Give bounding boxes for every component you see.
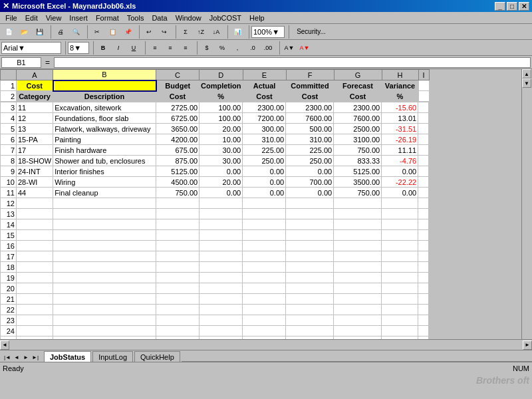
row-header[interactable]: 10 <box>1 177 17 188</box>
cell-h[interactable]: 0.00 <box>382 166 418 177</box>
cell-b[interactable] <box>53 219 156 230</box>
cell-e[interactable]: 0.00 <box>243 188 286 198</box>
cell-i[interactable] <box>418 177 429 188</box>
decimal-inc-button[interactable]: .0 <box>245 41 260 55</box>
cell-f[interactable]: 2300.00 <box>286 102 334 113</box>
cell-f[interactable] <box>286 294 334 305</box>
menu-window[interactable]: Window <box>172 13 205 23</box>
cell-c[interactable]: 675.00 <box>156 145 200 156</box>
cell-i[interactable] <box>418 156 429 166</box>
scroll-right-button[interactable]: ► <box>523 340 532 350</box>
cell-c[interactable] <box>156 294 200 305</box>
row-header-2[interactable]: 2 <box>1 91 17 102</box>
cell-d[interactable]: 10.00 <box>200 134 243 145</box>
cell-c[interactable] <box>156 262 200 273</box>
cell-g[interactable]: 833.33 <box>334 156 382 166</box>
cell-i[interactable] <box>418 209 429 219</box>
cell-h1[interactable]: Variance <box>382 80 418 91</box>
cell-h[interactable] <box>382 230 418 241</box>
cell-d[interactable] <box>200 262 243 273</box>
font-color-button[interactable]: A▼ <box>297 41 312 55</box>
row-header[interactable]: 6 <box>1 134 17 145</box>
cell-a[interactable]: 13 <box>17 124 53 134</box>
cell-d[interactable]: 100.00 <box>200 113 243 124</box>
cell-g[interactable] <box>334 209 382 219</box>
cell-h[interactable] <box>382 262 418 273</box>
cell-a[interactable] <box>17 283 53 294</box>
cell-i[interactable] <box>418 145 429 156</box>
cell-b[interactable]: Flatwork, walkways, driveway <box>53 124 156 134</box>
formula-input[interactable] <box>54 57 531 68</box>
cell-c[interactable] <box>156 273 200 283</box>
cell-g[interactable]: 3500.00 <box>334 177 382 188</box>
cell-e[interactable] <box>243 283 286 294</box>
cell-h[interactable] <box>382 219 418 230</box>
cell-b[interactable] <box>53 326 156 336</box>
cell-d[interactable]: 20.00 <box>200 124 243 134</box>
cell-b[interactable] <box>53 241 156 251</box>
cell-d[interactable] <box>200 230 243 241</box>
cell-d[interactable] <box>200 219 243 230</box>
cell-b1[interactable] <box>53 80 156 91</box>
cell-g[interactable]: 750.00 <box>334 188 382 198</box>
cell-b[interactable]: Final cleanup <box>53 188 156 198</box>
cell-d[interactable]: 0.00 <box>200 166 243 177</box>
tab-scroll-prev[interactable]: ◄ <box>12 352 21 362</box>
cell-b[interactable]: Excavation, sitework <box>53 102 156 113</box>
cell-a[interactable] <box>17 241 53 251</box>
cell-g[interactable] <box>334 273 382 283</box>
minimize-button[interactable]: _ <box>495 2 505 11</box>
cell-f[interactable] <box>286 326 334 336</box>
sheet-tab-inputlog[interactable]: InputLog <box>92 351 133 362</box>
cell-f1[interactable]: Committed <box>286 80 334 91</box>
redo-button[interactable]: ↪ <box>157 25 172 39</box>
cell-d[interactable] <box>200 294 243 305</box>
row-header[interactable]: 18 <box>1 262 17 273</box>
cell-f[interactable]: 0.00 <box>286 166 334 177</box>
cell-h[interactable]: 0.00 <box>382 188 418 198</box>
cell-a[interactable] <box>17 262 53 273</box>
scroll-down-button[interactable]: ▼ <box>522 78 531 88</box>
cell-f[interactable] <box>286 219 334 230</box>
col-header-b[interactable]: B <box>53 70 156 80</box>
cell-a[interactable] <box>17 251 53 262</box>
cell-b[interactable] <box>53 209 156 219</box>
cell-b[interactable] <box>53 251 156 262</box>
cell-i[interactable] <box>418 102 429 113</box>
cell-e[interactable]: 225.00 <box>243 145 286 156</box>
cell-b[interactable]: Foundations, floor slab <box>53 113 156 124</box>
underline-button[interactable]: U <box>126 41 141 55</box>
cell-f[interactable] <box>286 230 334 241</box>
cell-g[interactable] <box>334 294 382 305</box>
cell-a[interactable] <box>17 305 53 315</box>
cell-e[interactable]: 250.00 <box>243 156 286 166</box>
cell-i[interactable] <box>418 241 429 251</box>
security-button[interactable]: Security... <box>291 25 331 39</box>
cell-d[interactable]: 100.00 <box>200 102 243 113</box>
cell-c[interactable] <box>156 305 200 315</box>
cell-a[interactable]: 11 <box>17 102 53 113</box>
row-header[interactable]: 21 <box>1 294 17 305</box>
cell-e[interactable] <box>243 315 286 326</box>
cell-h[interactable] <box>382 283 418 294</box>
cell-g1[interactable]: Forecast <box>334 80 382 91</box>
cell-d1[interactable]: Completion <box>200 80 243 91</box>
percent-button[interactable]: % <box>215 41 229 55</box>
cell-i[interactable] <box>418 219 429 230</box>
row-header[interactable]: 24 <box>1 326 17 336</box>
cell-i[interactable] <box>418 283 429 294</box>
cell-h[interactable]: 13.01 <box>382 113 418 124</box>
cell-d[interactable]: 20.00 <box>200 177 243 188</box>
cell-d[interactable]: 30.00 <box>200 156 243 166</box>
cell-d[interactable] <box>200 283 243 294</box>
cell-b[interactable]: Finish hardware <box>53 145 156 156</box>
cell-e[interactable] <box>243 273 286 283</box>
cell-b[interactable] <box>53 294 156 305</box>
cell-g[interactable] <box>334 251 382 262</box>
row-header[interactable]: 9 <box>1 166 17 177</box>
italic-button[interactable]: I <box>111 41 126 55</box>
sum-button[interactable]: Σ <box>178 25 193 39</box>
cell-f[interactable] <box>286 273 334 283</box>
cell-c[interactable] <box>156 315 200 326</box>
cell-c[interactable]: 750.00 <box>156 188 200 198</box>
